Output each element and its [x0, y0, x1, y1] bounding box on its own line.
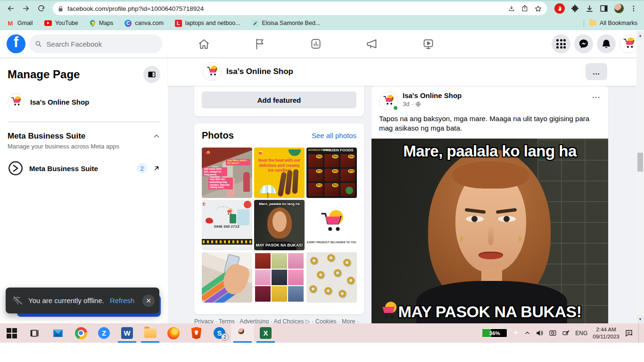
browser-profile-avatar[interactable] [614, 3, 624, 14]
sidebar-page-item[interactable]: Isa's Online Shop [8, 93, 160, 110]
taskbar-zoom[interactable]: Z [92, 323, 116, 343]
collapse-sidebar-button[interactable] [143, 66, 160, 83]
sidebar-item-meta-business-suite[interactable]: Meta Business Suite 2 [8, 160, 160, 176]
screen-cast-icon[interactable] [549, 329, 557, 337]
bookmarks-separator [584, 19, 584, 27]
canva-icon: C [124, 20, 132, 27]
photo-thumbnail-street-meme[interactable]: mga Mare, what's the latest? tigil muna … [202, 148, 252, 198]
photo-thumbnail-gold-clasps[interactable] [306, 252, 357, 303]
forward-icon[interactable] [20, 2, 32, 15]
tab-home[interactable] [185, 32, 223, 56]
all-bookmarks[interactable]: All Bookmarks [589, 19, 637, 27]
messenger-icon [578, 39, 589, 49]
bookmark-eloisa[interactable]: Eloisa Samonte Bed... [252, 20, 321, 27]
chevron-up-icon[interactable] [153, 132, 160, 140]
taskbar-chrome[interactable] [69, 323, 92, 343]
task-view-button[interactable] [23, 323, 46, 343]
tab-pages-flag[interactable] [241, 32, 279, 56]
scroll-down-arrow[interactable]: ▼ [636, 315, 644, 323]
page-scrollbar[interactable]: ▲ ▼ [636, 31, 644, 323]
shop-logo-caption: EVERY PRODUCT DELIVERED TO YOU [306, 241, 357, 244]
back-icon[interactable] [5, 2, 17, 15]
tab-video[interactable] [409, 32, 447, 56]
lock-icon [58, 6, 64, 12]
share-icon[interactable] [521, 5, 528, 12]
menu-grid-button[interactable] [552, 34, 570, 53]
bookmark-star-icon[interactable] [534, 5, 542, 13]
action-center-icon[interactable] [625, 329, 633, 337]
offline-message: You are currently offline. [28, 296, 104, 304]
facebook-logo[interactable]: f [7, 34, 25, 53]
bookmark-gmail[interactable]: MGmail [7, 19, 33, 27]
search-facebook[interactable] [29, 34, 162, 53]
search-input[interactable] [46, 40, 157, 49]
bookmark-youtube[interactable]: YouTube [44, 19, 78, 27]
downloads-icon[interactable] [585, 4, 594, 13]
taskbar-chrome-profile[interactable] [231, 323, 254, 343]
notifications-button[interactable] [597, 34, 616, 53]
facebook-header: f [0, 30, 644, 58]
browser-menu-kebab-icon[interactable] [630, 5, 637, 12]
page-avatar [8, 93, 25, 110]
save-page-icon[interactable] [508, 5, 515, 12]
add-featured-button[interactable]: Add featured [202, 91, 356, 108]
post-author-name[interactable]: Isa's Online Shop [403, 91, 462, 99]
search-icon [35, 40, 42, 48]
address-bar[interactable]: facebook.com/profile.php?id=100064075718… [53, 2, 547, 15]
windows-ink-icon[interactable] [562, 329, 570, 337]
tile-corner-text: E [203, 202, 206, 206]
meme-top-text: Mare, paalala ko lang ha [372, 142, 608, 160]
photo-thumbnail-shop-logo[interactable]: EVERY PRODUCT DELIVERED TO YOU [306, 200, 357, 250]
taskbar-skype[interactable]: S 2 [208, 323, 231, 343]
messenger-button[interactable] [574, 34, 593, 53]
language-indicator[interactable]: ENG [575, 330, 587, 337]
wifi-off-icon [12, 295, 24, 306]
collapse-sidebar-icon [148, 70, 156, 79]
taskbar-brave[interactable] [185, 323, 208, 343]
extensions-puzzle-icon[interactable] [570, 4, 579, 13]
post-image-meme[interactable]: Mare, paalala ko lang ha MAY PASOK NA BU… [372, 139, 608, 323]
side-panel-icon[interactable] [600, 4, 608, 13]
toast-close-button[interactable]: ✕ [142, 295, 155, 307]
photo-thumbnail-ice-candy-ad[interactable]: Beat the heat with our delicious and cre… [254, 148, 305, 198]
taskbar-file-explorer[interactable] [139, 323, 162, 343]
taskbar-mail[interactable] [46, 323, 69, 343]
taskbar-firefox[interactable] [162, 323, 185, 343]
photo-thumbnail-contact-card[interactable]: E 0946 330 2713 [202, 200, 252, 250]
scrollbar-thumb[interactable] [637, 153, 643, 172]
adblock-extension-icon[interactable] [554, 3, 565, 14]
bookmark-laptops[interactable]: Llaptops and netboo... [175, 20, 240, 27]
photo-thumbnail-meme[interactable]: Mare, paalala ko lang ha MAY PASOK NA BU… [254, 200, 305, 250]
word-icon: W [121, 327, 133, 339]
post-time[interactable]: 3d [403, 100, 409, 107]
tab-ads-megaphone[interactable] [353, 32, 391, 56]
meme-thumb-top-text: Mare, paalala ko lang ha [254, 202, 305, 206]
tray-chevron-up-icon[interactable] [524, 330, 530, 336]
photo-thumbnail-crafts[interactable] [202, 252, 252, 303]
facebook-nav-tabs [185, 30, 447, 58]
post-more-button[interactable]: ... [592, 91, 601, 100]
refresh-link[interactable]: Refresh [110, 296, 135, 304]
photo-thumbnail-product-collage[interactable] [254, 252, 305, 303]
start-button[interactable] [0, 323, 23, 343]
sidebar-divider [8, 122, 160, 122]
speaker-icon[interactable] [536, 329, 544, 337]
mbs-section-subtitle: Manage your business across Meta apps [8, 143, 160, 150]
taskbar-word[interactable]: W [116, 323, 139, 343]
photo-thumbnail-frozen-foods[interactable]: BATANGAS PREMIUM FROZEN FOODS P60 P64 P6… [306, 148, 357, 198]
see-all-photos-link[interactable]: See all photos [312, 132, 356, 140]
page-more-button[interactable]: ... [586, 63, 607, 80]
bookmark-canva[interactable]: Ccanva.com [124, 20, 163, 27]
profile-avatar-button[interactable] [619, 34, 638, 53]
reload-icon[interactable] [35, 2, 47, 15]
show-desktop-button[interactable] [638, 323, 641, 343]
post-author-avatar[interactable] [379, 91, 398, 110]
page-header-avatar[interactable] [203, 62, 222, 81]
scroll-up-arrow[interactable]: ▲ [636, 31, 644, 40]
bookmark-maps[interactable]: Maps [90, 20, 114, 27]
tab-insights[interactable] [297, 32, 335, 56]
battery-indicator[interactable]: 36% [482, 329, 507, 337]
taskbar-excel[interactable]: X [254, 323, 277, 343]
url-text: facebook.com/profile.php?id=100064075718… [67, 5, 504, 12]
clock[interactable]: 2:44 AM 09/11/2023 [593, 326, 619, 340]
